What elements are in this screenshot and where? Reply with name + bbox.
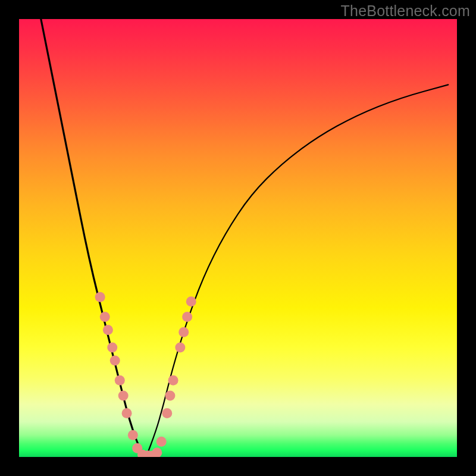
marker-point	[162, 408, 172, 418]
marker-point	[128, 430, 138, 440]
bottleneck-curve	[41, 19, 448, 457]
chart-svg	[19, 19, 457, 457]
marker-point	[186, 296, 196, 306]
curve-right_branch	[146, 84, 448, 457]
chart-frame: TheBottleneck.com	[0, 0, 476, 476]
marker-point	[152, 447, 162, 457]
marker-point	[100, 312, 110, 322]
marker-point	[115, 375, 125, 386]
marker-point	[168, 375, 178, 386]
curve-left_branch	[41, 19, 146, 457]
marker-point	[95, 292, 105, 302]
marker-point	[118, 390, 129, 400]
marker-point	[122, 408, 132, 418]
data-markers	[95, 292, 196, 457]
marker-point	[175, 343, 185, 353]
marker-point	[110, 356, 120, 366]
marker-point	[178, 327, 189, 337]
chart-plot-area	[19, 19, 457, 457]
watermark-text: TheBottleneck.com	[341, 2, 470, 20]
marker-point	[107, 343, 117, 353]
marker-point	[156, 437, 167, 447]
marker-point	[182, 312, 192, 322]
marker-point	[103, 325, 113, 335]
marker-point	[165, 390, 175, 400]
